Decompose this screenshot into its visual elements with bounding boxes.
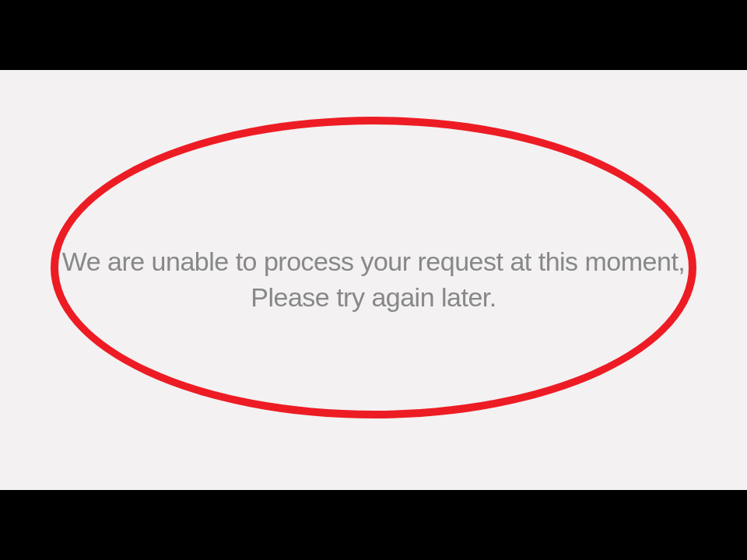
error-message-text: We are unable to process your request at… <box>54 244 693 316</box>
error-dialog-area: We are unable to process your request at… <box>0 70 747 490</box>
